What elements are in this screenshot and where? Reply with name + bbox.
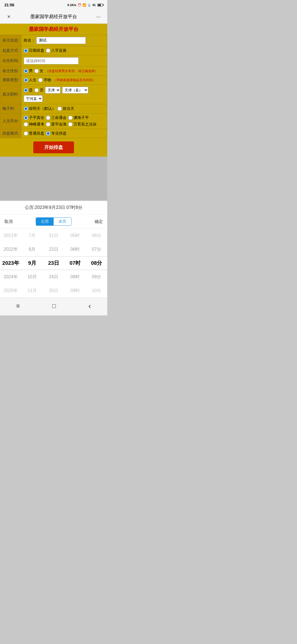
- name-row: 命主信息: 姓名：: [0, 35, 107, 46]
- evening-tomorrow[interactable]: 按明天（默认）: [24, 106, 56, 111]
- gray-spacer: [0, 157, 107, 201]
- yuan-option-1[interactable]: 子平真诠: [24, 115, 44, 120]
- gender-male-label: 男: [29, 69, 33, 73]
- calc-type-group: 人生 寻物 （寻物请选择物品丢失时间）: [24, 78, 105, 83]
- start-mode-label: 起盘方式:: [0, 46, 21, 55]
- year-item-0: 2021年: [0, 229, 21, 242]
- yuan-option-6[interactable]: 万育吾之法诀: [68, 122, 97, 127]
- month-item-0: 7月: [21, 229, 43, 242]
- birth-time-row: 出生时间:: [0, 55, 107, 67]
- solar-time-no-label: 否: [40, 88, 43, 93]
- confirm-button[interactable]: 确定: [95, 219, 103, 224]
- calc-type-row: 测算类型: 人生 寻物 （寻物请选择物品丢失时间）: [0, 76, 107, 85]
- solar-time-row: 真太阳时: 是 否 天津 天津（县）: [0, 85, 107, 104]
- minute-item-0: 06分: [86, 229, 107, 242]
- mode-normal[interactable]: 普通排盘: [24, 131, 44, 136]
- status-time: 21:56: [4, 3, 14, 7]
- yuan-option-5[interactable]: 星平会海: [46, 122, 67, 127]
- mode-professional[interactable]: 专业排盘: [46, 131, 67, 136]
- picker-wheel-container[interactable]: 2021年 2022年 2023年 2024年 2025年 7月 8月 9月 1…: [0, 229, 107, 298]
- calc-type-life-label: 人生: [29, 78, 37, 83]
- calc-type-note: （寻物请选择物品丢失时间）: [53, 78, 96, 83]
- yuan-label-2: 三命通会: [51, 115, 67, 120]
- form-table: 命主信息: 姓名： 起盘方式: 日期排盘 八字反推: [0, 35, 107, 138]
- mode-group: 普通排盘 专业排盘: [24, 131, 105, 136]
- status-icons: 0.1K/s ⏰ 📶 📡 41: [67, 3, 103, 7]
- month-item-1: 8月: [21, 242, 43, 256]
- start-button[interactable]: 开始排盘: [33, 141, 74, 153]
- minute-picker-col[interactable]: 06分 07分 08分 09分 10分: [86, 229, 107, 298]
- minute-item-4: 10分: [86, 284, 107, 298]
- evening-value: 按明天（默认） 按当天: [21, 104, 107, 113]
- month-item-3: 10月: [21, 270, 43, 284]
- solar-time-yes[interactable]: 是: [24, 88, 33, 93]
- birth-time-input[interactable]: [24, 57, 79, 64]
- solar-time-group: 是 否 天津 天津（县） 宁河县: [24, 87, 105, 102]
- day-item-0: 21日: [43, 229, 64, 242]
- yuan-option-4[interactable]: 神峰通考: [24, 122, 44, 127]
- mode-value: 普通排盘 专业排盘: [21, 129, 107, 138]
- battery-icon: [97, 4, 103, 7]
- start-mode-label-2: 八字反推: [51, 48, 67, 53]
- start-mode-option-1[interactable]: 日期排盘: [24, 48, 44, 53]
- day-item-1: 22日: [43, 242, 64, 256]
- home-button[interactable]: □: [47, 301, 61, 311]
- top-bar-title: 墨家国学易经开放平台: [30, 13, 77, 20]
- app-content: 墨家国学易经开放平台 命主信息: 姓名： 起盘方式: 日期排盘: [0, 24, 107, 201]
- hour-picker-col[interactable]: 05时 06时 07时 08时 09时: [64, 229, 86, 298]
- year-item-selected: 2023年: [0, 256, 21, 270]
- yuan-option-3[interactable]: 渊海子平: [68, 115, 89, 120]
- start-mode-option-2[interactable]: 八字反推: [46, 48, 67, 53]
- start-mode-row: 起盘方式: 日期排盘 八字反推: [0, 46, 107, 55]
- status-bar: 21:56 0.1K/s ⏰ 📶 📡 41: [0, 0, 107, 10]
- yuan-label-4: 神峰通考: [29, 122, 44, 127]
- name-value: 姓名：: [21, 35, 107, 46]
- banner-title: 墨家国学易经开放平台: [29, 26, 78, 32]
- evening-tomorrow-label: 按明天（默认）: [29, 106, 56, 111]
- year-item-4: 2025年: [0, 284, 21, 298]
- yuan-value: 子平真诠 三命通会 渊海子平 神峰通考: [21, 113, 107, 129]
- gender-female[interactable]: 女: [34, 69, 43, 73]
- header-banner: 墨家国学易经开放平台: [0, 24, 107, 35]
- close-button[interactable]: ×: [4, 13, 13, 20]
- day-item-3: 24日: [43, 270, 64, 284]
- month-picker-col[interactable]: 7月 8月 9月 10月 11月: [21, 229, 43, 298]
- date-picker-actions: 取消 公历 农历 确定: [0, 215, 107, 229]
- date-picker-section: 公历:2023年9月23日 07时8分 取消 公历 农历 确定 2021年 20…: [0, 201, 107, 298]
- yuan-row: 人元司令: 子平真诠 三命通会 渊海子平: [0, 113, 107, 129]
- gender-male[interactable]: 男: [24, 69, 33, 73]
- evening-today[interactable]: 按当天: [57, 106, 74, 111]
- nongli-button[interactable]: 农历: [54, 218, 71, 225]
- calc-type-search-label: 寻物: [43, 78, 51, 83]
- year-picker-col[interactable]: 2021年 2022年 2023年 2024年 2025年: [0, 229, 21, 298]
- mode-professional-label: 专业排盘: [51, 131, 67, 136]
- bottom-nav: ≡ □ ‹: [0, 298, 107, 315]
- yuan-label-1: 子平真诠: [29, 115, 44, 120]
- name-sublabel: 姓名：: [24, 38, 35, 42]
- region1-select[interactable]: 天津: [45, 87, 61, 94]
- start-mode-value: 日期排盘 八字反推: [21, 46, 107, 55]
- calc-type-life[interactable]: 人生: [24, 78, 37, 83]
- gongli-button[interactable]: 公历: [36, 218, 54, 225]
- menu-button[interactable]: ≡: [11, 301, 25, 311]
- gender-female-label: 女: [40, 69, 43, 73]
- hour-item-3: 08时: [64, 270, 86, 284]
- minute-item-1: 07分: [86, 242, 107, 256]
- calc-type-search[interactable]: 寻物: [38, 78, 51, 83]
- back-button[interactable]: ‹: [83, 301, 97, 312]
- solar-time-no[interactable]: 否: [34, 88, 43, 93]
- region2-select[interactable]: 天津（县）: [62, 87, 88, 94]
- day-item-selected: 23日: [43, 256, 64, 270]
- hour-item-0: 05时: [64, 229, 86, 242]
- cancel-button[interactable]: 取消: [4, 219, 13, 224]
- birth-time-value: [21, 55, 107, 67]
- hour-item-selected: 07时: [64, 256, 86, 270]
- more-button[interactable]: ···: [94, 13, 103, 20]
- mode-row: 排盘模式: 普通排盘 专业排盘: [0, 129, 107, 138]
- yuan-option-2[interactable]: 三命通会: [46, 115, 67, 120]
- network-speed: 0.1K/s: [67, 3, 76, 7]
- calc-type-value: 人生 寻物 （寻物请选择物品丢失时间）: [21, 76, 107, 85]
- name-input[interactable]: [36, 37, 86, 44]
- day-picker-col[interactable]: 21日 22日 23日 24日 25日: [43, 229, 64, 298]
- region3-select[interactable]: 宁河县: [24, 95, 43, 102]
